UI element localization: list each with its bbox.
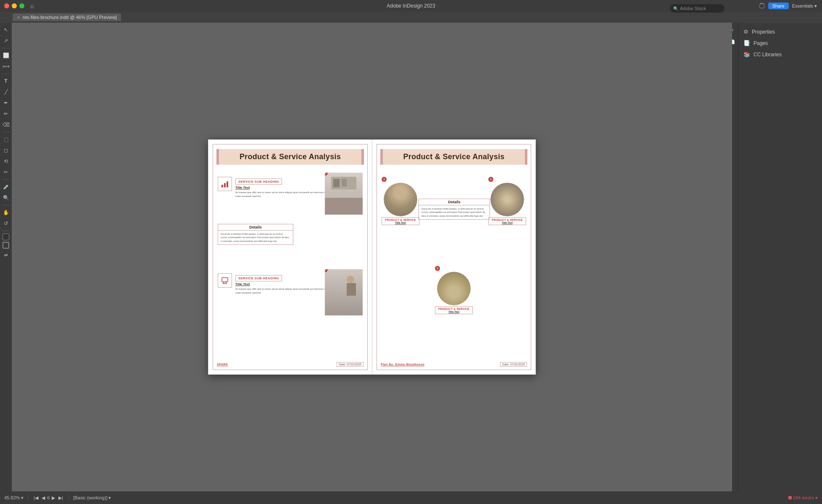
tab-label: res-files-brochure.indd @ 46% [GPU Previ… bbox=[23, 15, 117, 20]
line-tool[interactable]: ╱ bbox=[1, 87, 11, 97]
product3-label-title: PRODUCT & SERVICE bbox=[437, 307, 471, 310]
prev-page-button[interactable]: ◀ bbox=[40, 495, 46, 501]
photo2-inner bbox=[325, 269, 363, 315]
cc-libraries-label: CC Libraries bbox=[754, 52, 782, 58]
product2-label-title: PRODUCT & SERVICE bbox=[490, 218, 524, 221]
type-tool[interactable]: T bbox=[1, 76, 11, 86]
pages-label: Pages bbox=[754, 40, 768, 46]
pen-tool[interactable]: ✒ bbox=[1, 98, 11, 108]
left-toolbar: ↖ ↗ ⬜ ⟺ T ╱ ✒ ✏ ⌫ ⬚ ◻ ⟲ ✂ 💉 🔍 ✋ ↺ ⇄ bbox=[0, 23, 12, 491]
kitchen-photo bbox=[325, 173, 363, 215]
right-panel-tabs: ⚙ Properties 📑 Pages 📚 CC Libraries bbox=[738, 23, 822, 63]
product3-circle bbox=[437, 272, 471, 305]
right-page-footer: Plan By: Emma Woodhouse Date: 07/02/2025 bbox=[381, 362, 527, 367]
rotate-tool[interactable]: ↺ bbox=[1, 219, 11, 228]
status-bar: 45.82% ▾ |◀ ◀ 6 ▶ ▶| [Basic (working)] ▾… bbox=[0, 491, 822, 504]
service1-sub-heading: SERVICE SUB HEADING bbox=[235, 178, 282, 185]
tab-close-icon[interactable]: ✕ bbox=[17, 15, 20, 20]
search-bar[interactable]: 🔍 Adobe Stock bbox=[670, 4, 725, 13]
dome-photo bbox=[490, 183, 524, 216]
eraser-tool[interactable]: ⌫ bbox=[1, 120, 11, 129]
kitchen-item1 bbox=[333, 179, 340, 187]
eyedropper-tool[interactable]: 💉 bbox=[1, 182, 11, 192]
left-details-heading: Details bbox=[218, 224, 293, 231]
monitor-icon bbox=[221, 276, 229, 285]
product2-circle bbox=[490, 183, 524, 216]
zoom-chevron-icon[interactable]: ▾ bbox=[21, 495, 24, 501]
close-button[interactable] bbox=[4, 3, 9, 8]
stroke-color[interactable] bbox=[3, 242, 9, 249]
product1-label-title: PRODUCT & SERVICE bbox=[384, 218, 417, 221]
page-tool[interactable]: ⬜ bbox=[1, 51, 11, 60]
photo2-box: ? bbox=[325, 269, 363, 315]
minimize-button[interactable] bbox=[12, 3, 17, 8]
product3-question: ? bbox=[435, 266, 440, 271]
right-page: Product & Service Analysis Details Ducia… bbox=[372, 139, 536, 375]
working-state-label: [Basic (working)] bbox=[73, 495, 107, 500]
working-state-chevron[interactable]: ▾ bbox=[108, 495, 111, 501]
next-page-button[interactable]: ▶ bbox=[50, 495, 56, 501]
left-page-footer: SPARK Date: 07/02/2025 bbox=[217, 362, 364, 367]
shape-tool[interactable]: ◻ bbox=[1, 146, 11, 155]
cc-libraries-icon: 📚 bbox=[743, 51, 750, 58]
status-sep-1 bbox=[28, 495, 28, 501]
swap-colors[interactable]: ⇄ bbox=[1, 250, 11, 260]
error-dot bbox=[788, 496, 792, 499]
service2-icon bbox=[218, 273, 232, 288]
transform-tool[interactable]: ⟲ bbox=[1, 157, 11, 166]
right-title-accent-right bbox=[525, 149, 527, 165]
document-tab[interactable]: ✕ res-files-brochure.indd @ 46% [GPU Pre… bbox=[13, 13, 121, 21]
title-bar-right: Share Essentials ▾ 🔍 Adobe Stock bbox=[759, 3, 817, 9]
direct-select-tool[interactable]: ↗ bbox=[1, 36, 11, 45]
tab-bar: ✕ res-files-brochure.indd @ 46% [GPU Pre… bbox=[0, 12, 822, 23]
working-state: [Basic (working)] ▾ bbox=[73, 495, 111, 501]
hand-tool[interactable]: ✋ bbox=[1, 208, 11, 217]
cc-libraries-tab[interactable]: 📚 CC Libraries bbox=[738, 49, 822, 60]
left-footer-right: Date: 07/02/2025 bbox=[337, 362, 364, 367]
toolbar-divider-4 bbox=[2, 179, 10, 180]
frame-tool[interactable]: ⬚ bbox=[1, 135, 11, 144]
bar-chart-icon bbox=[221, 180, 229, 188]
left-page-title: Product & Service Analysis bbox=[240, 152, 341, 161]
gap-tool[interactable]: ⟺ bbox=[1, 62, 11, 71]
toolbar-divider-2 bbox=[2, 74, 10, 74]
properties-icon: ⚙ bbox=[743, 29, 748, 35]
maximize-button[interactable] bbox=[19, 3, 24, 8]
last-page-button[interactable]: ▶| bbox=[57, 495, 64, 501]
zoom-tool[interactable]: 🔍 bbox=[1, 193, 11, 202]
title-accent-left bbox=[216, 149, 219, 165]
errors-count: 184 errors ▾ bbox=[788, 495, 818, 501]
right-details-heading: Details bbox=[419, 199, 490, 205]
chevron-down-icon: ▾ bbox=[814, 3, 817, 9]
right-footer-right: Date: 07/02/2025 bbox=[500, 362, 527, 367]
pages-tab[interactable]: 📑 Pages bbox=[738, 37, 822, 49]
first-page-button[interactable]: |◀ bbox=[32, 495, 40, 501]
right-footer-left: Plan By: Emma Woodhouse bbox=[381, 363, 424, 366]
left-page-title-box: Product & Service Analysis bbox=[218, 149, 363, 165]
page-number: 6 bbox=[47, 495, 50, 500]
person-head bbox=[347, 276, 354, 283]
right-page-title: Product & Service Analysis bbox=[403, 152, 504, 161]
share-button[interactable]: Share bbox=[768, 3, 789, 9]
title-bar: ⌂ Adobe InDesign 2023 Share Essentials ▾… bbox=[0, 0, 822, 12]
fill-color[interactable] bbox=[3, 234, 9, 240]
building-photo bbox=[437, 272, 471, 305]
home-icon[interactable]: ⌂ bbox=[30, 3, 34, 9]
left-details-box: Details Ducia dic to beariae inhibit opt… bbox=[218, 224, 293, 245]
pencil-tool[interactable]: ✏ bbox=[1, 109, 11, 118]
product3-label-text: Title Text bbox=[437, 310, 471, 313]
product3-item: ? PRODUCT & SERVICE Title Text bbox=[435, 266, 473, 314]
select-tool[interactable]: ↖ bbox=[1, 25, 11, 34]
photo1-inner bbox=[325, 173, 363, 215]
status-sep-2 bbox=[68, 495, 69, 501]
crop-tool[interactable]: ✂ bbox=[1, 168, 11, 177]
product2-label-text: Title Text bbox=[490, 221, 524, 224]
errors-chevron[interactable]: ▾ bbox=[815, 495, 818, 501]
svg-rect-1 bbox=[224, 183, 226, 187]
svg-rect-2 bbox=[227, 181, 228, 187]
toolbar-divider-1 bbox=[2, 48, 10, 48]
properties-tab[interactable]: ⚙ Properties bbox=[738, 26, 822, 37]
product2-label-box: PRODUCT & SERVICE Title Text bbox=[488, 217, 526, 225]
essentials-button[interactable]: Essentials ▾ bbox=[792, 3, 817, 9]
product1-label-text: Title Text bbox=[384, 221, 417, 224]
